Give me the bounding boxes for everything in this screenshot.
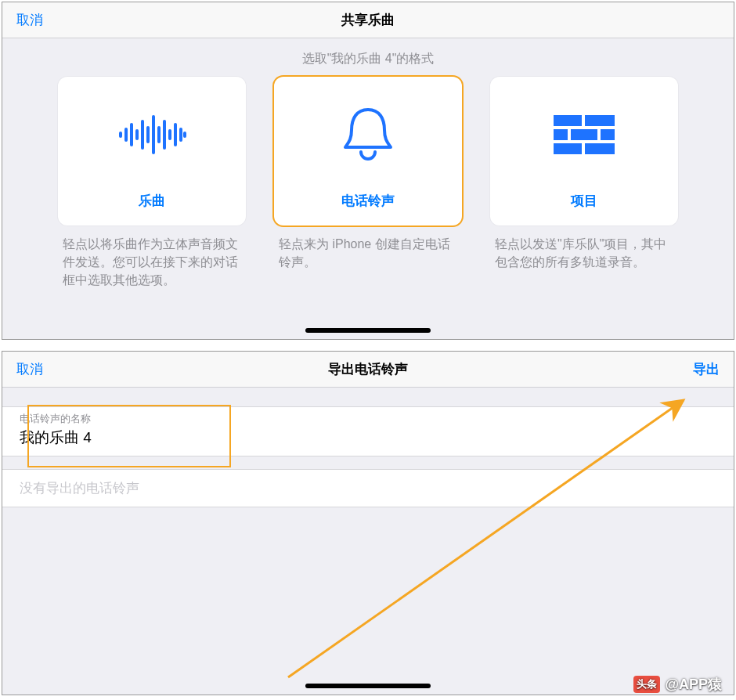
exported-ringtones-empty-row: 没有导出的电话铃声: [2, 469, 734, 507]
export-ringtone-navbar: 取消 导出电话铃声 导出: [2, 352, 734, 388]
option-label: 电话铃声: [341, 192, 395, 210]
format-subtitle: 选取"我的乐曲 4"的格式: [2, 51, 734, 67]
home-indicator: [305, 684, 431, 688]
ringtone-name-field-group: 电话铃声的名称: [2, 406, 734, 456]
ringtone-name-label: 电话铃声的名称: [20, 412, 716, 426]
watermark-text: @APP猿: [665, 675, 722, 694]
cancel-button[interactable]: 取消: [16, 13, 43, 27]
option-desc: 轻点以发送"库乐队"项目，其中包含您的所有多轨道录音。: [490, 235, 678, 271]
option-desc: 轻点以将乐曲作为立体声音频文件发送。您可以在接下来的对话框中选取其他选项。: [58, 235, 246, 290]
export-ringtone-title: 导出电话铃声: [157, 360, 579, 378]
option-desc: 轻点来为 iPhone 创建自定电话铃声。: [274, 235, 462, 271]
cancel-button[interactable]: 取消: [16, 362, 43, 377]
svg-rect-16: [571, 129, 597, 140]
option-card-project[interactable]: 项目: [490, 77, 678, 226]
share-song-navbar: 取消 共享乐曲: [2, 2, 734, 38]
bricks-icon: [554, 77, 615, 192]
svg-rect-15: [554, 129, 568, 140]
option-label: 项目: [571, 192, 597, 210]
svg-rect-14: [585, 115, 615, 126]
svg-rect-19: [585, 143, 615, 154]
waveform-icon: [117, 77, 186, 192]
export-button[interactable]: 导出: [693, 362, 720, 377]
watermark-logo-icon: 头条: [633, 676, 660, 693]
svg-rect-18: [554, 143, 582, 154]
home-indicator: [305, 328, 431, 333]
ringtone-name-input[interactable]: [20, 429, 716, 446]
watermark: 取消 头条 @APP猿: [633, 675, 722, 694]
option-label: 乐曲: [139, 192, 165, 210]
option-card-song[interactable]: 乐曲: [58, 77, 246, 226]
svg-rect-17: [601, 129, 615, 140]
option-card-ringtone[interactable]: 电话铃声: [274, 77, 462, 226]
share-song-title: 共享乐曲: [157, 11, 579, 29]
bell-icon: [341, 77, 395, 192]
svg-rect-13: [554, 115, 582, 126]
